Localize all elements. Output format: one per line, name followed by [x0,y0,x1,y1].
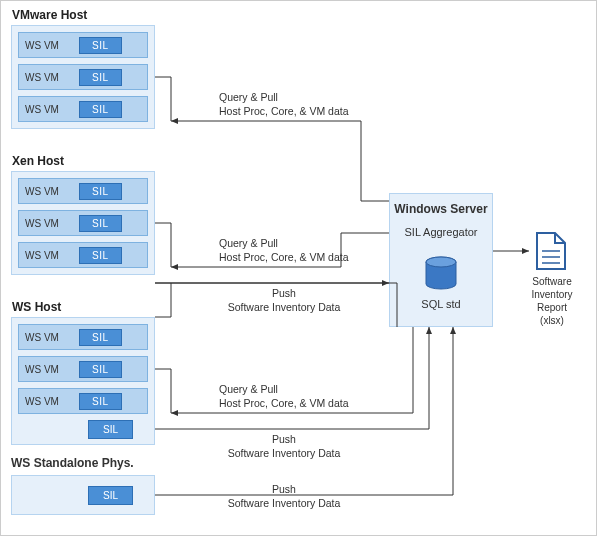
sil-badge: SIL [79,69,122,86]
report-line2: Inventory Report [531,289,572,313]
vm-row: WS VM SIL [18,178,148,204]
host-vmware: VMware Host WS VM SIL WS VM SIL WS VM SI… [11,25,155,129]
report-line3: (xlsx) [540,315,564,326]
server-subtitle: SIL Aggregator [390,226,492,238]
host-title-vmware: VMware Host [12,8,87,22]
sil-badge: SIL [79,393,122,410]
sil-badge: SIL [79,215,122,232]
sil-badge: SIL [79,37,122,54]
report-line1: Software [532,276,571,287]
standalone-title: WS Standalone Phys. [11,456,134,470]
vm-label: WS VM [19,396,75,407]
flow-query-pull-1: Query & Pull Host Proc, Core, & VM data [219,91,349,118]
vm-row: WS VM SIL [18,242,148,268]
vm-label: WS VM [19,186,75,197]
vm-label: WS VM [19,72,75,83]
report-label: Software Inventory Report (xlsx) [517,275,587,327]
flow-query-pull-2: Query & Pull Host Proc, Core, & VM data [219,237,349,264]
diagram-canvas: VMware Host WS VM SIL WS VM SIL WS VM SI… [0,0,597,536]
vm-label: WS VM [19,364,75,375]
sil-badge-standalone: SIL [88,486,133,505]
sil-badge: SIL [79,183,122,200]
host-title-xen: Xen Host [12,154,64,168]
vm-row: WS VM SIL [18,388,148,414]
host-title-ws: WS Host [12,300,61,314]
flow-push-2: Push Software Inventory Data [219,433,349,460]
vm-row: WS VM SIL [18,32,148,58]
vm-row: WS VM SIL [18,210,148,236]
vm-label: WS VM [19,104,75,115]
database-icon [423,256,459,294]
sil-badge: SIL [79,329,122,346]
svg-point-1 [426,257,456,267]
vm-label: WS VM [19,250,75,261]
windows-server-box: Windows Server SIL Aggregator SQL std [389,193,493,327]
vm-row: WS VM SIL [18,356,148,382]
vm-row: WS VM SIL [18,96,148,122]
server-title: Windows Server [390,202,492,216]
host-standalone: SIL [11,475,155,515]
vm-row: WS VM SIL [18,324,148,350]
flow-push-1: Push Software Inventory Data [219,287,349,314]
db-label: SQL std [390,298,492,310]
sil-badge-host: SIL [88,420,133,439]
flow-push-3: Push Software Inventory Data [219,483,349,510]
host-ws: WS Host WS VM SIL WS VM SIL WS VM SIL SI… [11,317,155,445]
vm-label: WS VM [19,218,75,229]
sil-badge: SIL [79,101,122,118]
flow-query-pull-3: Query & Pull Host Proc, Core, & VM data [219,383,349,410]
vm-label: WS VM [19,332,75,343]
file-icon [535,231,567,271]
host-xen: Xen Host WS VM SIL WS VM SIL WS VM SIL [11,171,155,275]
sil-badge: SIL [79,361,122,378]
sil-badge: SIL [79,247,122,264]
vm-label: WS VM [19,40,75,51]
vm-row: WS VM SIL [18,64,148,90]
